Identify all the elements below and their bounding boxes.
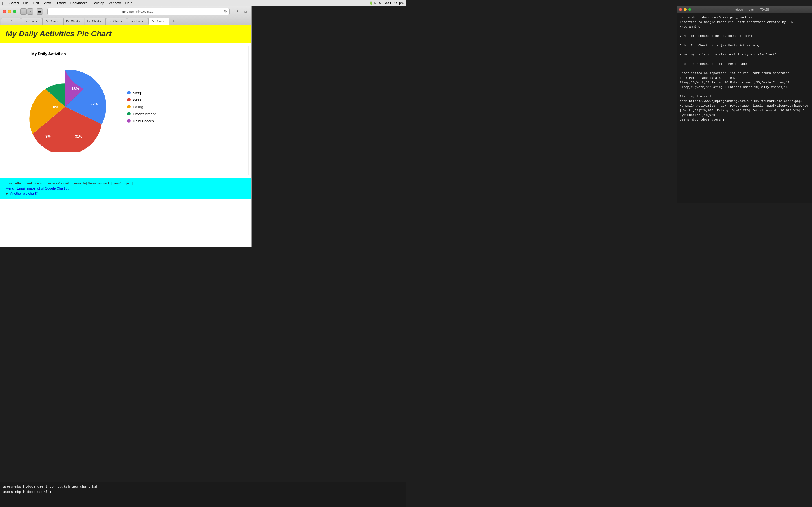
pie-chart: 27% 31% 8% 16% 18% — [20, 62, 110, 152]
menubar-clock: Sat 12:25 pm — [384, 1, 404, 5]
menubar-right: 🔋 61% Sat 12:25 pm — [369, 1, 404, 5]
menubar-safari[interactable]: Safari — [9, 1, 18, 5]
menubar-file[interactable]: File — [23, 1, 29, 5]
chart-title: My Daily Activities — [31, 52, 243, 56]
legend-dot-entertainment — [127, 112, 131, 115]
legend-label-sleep: Sleep — [133, 91, 142, 95]
nav-buttons: ← → — [20, 8, 33, 15]
page-header: My Daily Activities Pie Chart — [0, 25, 252, 43]
menubar-window[interactable]: Window — [109, 1, 121, 5]
minimize-button[interactable] — [8, 10, 11, 13]
legend-label-daily-chores: Daily Chores — [133, 119, 154, 123]
fullscreen-button[interactable] — [13, 10, 16, 13]
tab-7[interactable]: Pie Chart -... — [127, 18, 148, 24]
legend-sleep: Sleep — [127, 91, 156, 95]
chart-wrapper: 27% 31% 8% 16% 18% Sleep Work — [9, 62, 243, 152]
footer-text: Email Attachment Title suffixes are &ema… — [6, 181, 246, 185]
page-title: My Daily Activities Pie Chart — [6, 29, 246, 38]
page-footer: Email Attachment Title suffixes are &ema… — [0, 178, 252, 199]
legend-entertainment: Entertainment — [127, 112, 156, 116]
tab-8-active[interactable]: Pie Chart -... — [148, 18, 169, 24]
tabs-bar: Pi Pie Chart -... Pie Chart -... Pie Cha… — [0, 17, 252, 25]
new-tab-button[interactable]: + — [170, 18, 177, 24]
legend-work: Work — [127, 98, 156, 102]
legend-dot-sleep — [127, 91, 131, 94]
browser-content: My Daily Activities Pie Chart My Daily A… — [0, 25, 252, 247]
menubar-bookmarks[interactable]: Bookmarks — [70, 1, 87, 5]
forward-button[interactable]: → — [27, 8, 33, 15]
menubar-battery: 🔋 61% — [369, 1, 380, 5]
browser-window: ← → ☰ rjmprogramming.com.au ↻ ⇧ □ Pi Pie… — [0, 6, 252, 247]
menubar:  Safari File Edit View History Bookmark… — [0, 0, 406, 6]
menubar-history[interactable]: History — [55, 1, 66, 5]
tab-4[interactable]: Pie Chart -... — [63, 18, 84, 24]
menubar-help[interactable]: Help — [125, 1, 132, 5]
footer-links-row: Menu Email snapshot of Google Chart ... — [6, 186, 246, 190]
legend-label-eating: Eating — [133, 105, 143, 109]
menu-link[interactable]: Menu — [6, 186, 14, 190]
browser-titlebar: ← → ☰ rjmprogramming.com.au ↻ ⇧ □ — [0, 6, 252, 17]
legend-dot-eating — [127, 105, 131, 108]
legend-label-entertainment: Entertainment — [133, 112, 156, 116]
sidebar-toggle-button[interactable]: ☰ — [37, 8, 43, 15]
close-button[interactable] — [3, 10, 6, 13]
url-bar[interactable]: rjmprogramming.com.au ↻ — [47, 8, 230, 15]
apple-menu[interactable]:  — [2, 1, 4, 5]
menubar-view[interactable]: View — [44, 1, 51, 5]
label-work: 31% — [75, 134, 82, 138]
legend-eating: Eating — [127, 105, 156, 109]
legend-dot-work — [127, 98, 131, 101]
chart-legend: Sleep Work Eating Entertainment — [127, 91, 156, 123]
share-button[interactable]: ⇧ — [234, 8, 240, 15]
legend-daily-chores: Daily Chores — [127, 119, 156, 123]
label-daily-chores: 18% — [71, 87, 79, 91]
arrow-icon: ► — [6, 191, 9, 195]
tab-2[interactable]: Pie Chart -... — [21, 18, 42, 24]
tab-1[interactable]: Pi — [1, 18, 21, 24]
legend-label-work: Work — [133, 98, 141, 102]
tab-3[interactable]: Pie Chart -... — [42, 18, 63, 24]
tab-5[interactable]: Pie Chart -... — [85, 18, 105, 24]
label-sleep: 27% — [91, 102, 98, 106]
back-button[interactable]: ← — [20, 8, 27, 15]
expand-button[interactable]: □ — [243, 8, 249, 15]
traffic-lights — [3, 10, 16, 13]
menubar-edit[interactable]: Edit — [33, 1, 39, 5]
tab-6[interactable]: Pie Chart -... — [106, 18, 127, 24]
url-text: rjmprogramming.com.au — [50, 10, 223, 13]
label-eating: 8% — [45, 134, 51, 138]
email-snapshot-link[interactable]: Email snapshot of Google Chart ... — [17, 186, 68, 190]
reload-button[interactable]: ↻ — [224, 10, 227, 13]
label-entertainment: 16% — [51, 105, 58, 109]
chart-area: My Daily Activities — [3, 46, 249, 175]
another-pie-row: ► Another pie chart? — [6, 191, 246, 195]
menubar-develop[interactable]: Develop — [92, 1, 104, 5]
another-pie-link[interactable]: Another pie chart? — [10, 191, 38, 195]
legend-dot-daily-chores — [127, 119, 131, 122]
